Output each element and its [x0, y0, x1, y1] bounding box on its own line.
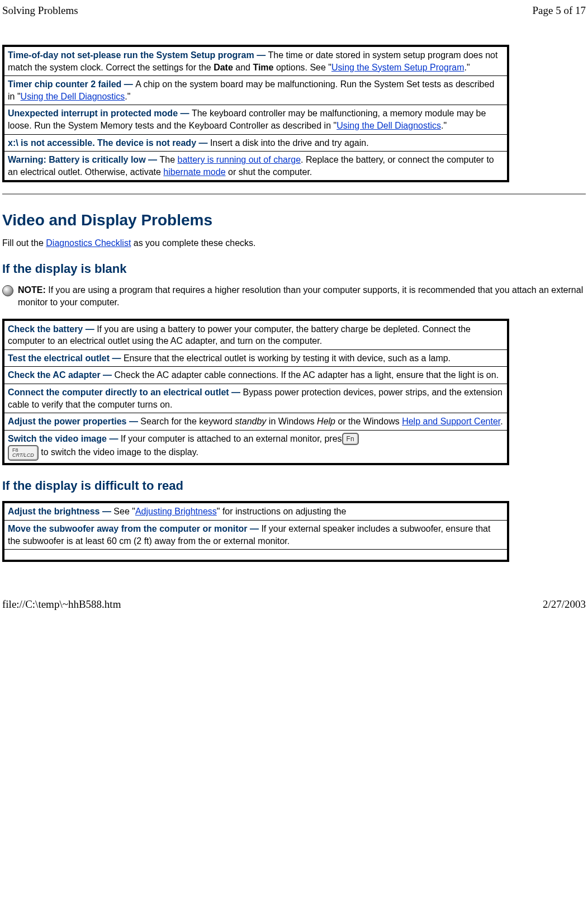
table-row: Connect the computer directly to an elec… [3, 384, 508, 413]
table-row: Time-of-day not set-please run the Syste… [3, 46, 508, 76]
diagnostics-checklist-link[interactable]: Diagnostics Checklist [46, 238, 131, 248]
fn-key-icon: Fn [342, 433, 359, 445]
error-body: Ensure that the electrical outlet is wor… [124, 353, 451, 363]
system-setup-link[interactable]: Using the System Setup Program [331, 63, 464, 72]
error-title: Warning: Battery is critically low — [8, 155, 159, 164]
table-row: Timer chip counter 2 failed — A chip on … [3, 76, 508, 105]
table-row: Adjust the brightness — See "Adjusting B… [3, 502, 508, 520]
dell-diagnostics-link[interactable]: Using the Dell Diagnostics [336, 121, 441, 130]
error-title: Move the subwoofer away from the compute… [8, 524, 261, 533]
error-title: Check the AC adapter — [8, 370, 115, 380]
help-support-link[interactable]: Help and Support Center [402, 417, 500, 426]
error-body: Insert a disk into the drive and try aga… [210, 138, 369, 148]
page-header: Solving Problems Page 5 of 17 [2, 4, 586, 17]
f8-crtlcd-key-icon: F8CRT/LCD [8, 445, 39, 461]
table-row: Warning: Battery is critically low — The… [3, 152, 508, 182]
header-page: Page 5 of 17 [532, 4, 586, 17]
error-title: Time-of-day not set-please run the Syste… [8, 50, 268, 60]
error-title: Unexpected interrupt in protected mode — [8, 108, 192, 118]
note-block: NOTE: If you are using a program that re… [2, 284, 586, 308]
adjusting-brightness-link[interactable]: Adjusting Brightness [135, 507, 217, 516]
note-icon [2, 285, 13, 296]
table-row: Switch the video image — If your compute… [3, 430, 508, 464]
error-messages-table-3: Adjust the brightness — See "Adjusting B… [2, 501, 509, 562]
error-messages-table-2: Check the battery — If you are using a b… [2, 319, 509, 466]
table-row: Unexpected interrupt in protected mode —… [3, 105, 508, 134]
table-row: Adjust the power properties — Search for… [3, 413, 508, 431]
section-heading: Video and Display Problems [2, 211, 586, 229]
dell-diagnostics-link[interactable]: Using the Dell Diagnostics [21, 92, 125, 101]
page-footer: file://C:\temp\~hhB588.htm 2/27/2003 [2, 598, 586, 611]
italic-text: Help [317, 417, 335, 426]
italic-text: standby [235, 417, 266, 426]
table-row: Test the electrical outlet — Ensure that… [3, 349, 508, 367]
error-title: x:\ is not accessible. The device is not… [8, 138, 210, 148]
sub-heading-difficult: If the display is difficult to read [2, 479, 586, 493]
error-messages-table-1: Time-of-day not set-please run the Syste… [2, 45, 509, 182]
sub-heading-blank: If the display is blank [2, 262, 586, 276]
error-title: Test the electrical outlet — [8, 353, 124, 363]
table-row: x:\ is not accessible. The device is not… [3, 134, 508, 152]
table-row: Check the battery — If you are using a b… [3, 320, 508, 350]
bold-text: Date [214, 63, 233, 72]
hibernate-mode-link[interactable]: hibernate mode [163, 167, 225, 177]
error-title: Switch the video image — [8, 434, 121, 443]
error-title: Timer chip counter 2 failed — [8, 79, 135, 89]
error-title: Connect the computer directly to an elec… [8, 387, 243, 397]
table-row [3, 550, 508, 561]
intro-paragraph: Fill out the Diagnostics Checklist as yo… [2, 238, 586, 248]
header-title: Solving Problems [2, 4, 78, 17]
error-title: Adjust the power properties — [8, 417, 140, 426]
note-label: NOTE: [18, 285, 46, 295]
error-title: Adjust the brightness — [8, 507, 113, 516]
footer-path: file://C:\temp\~hhB588.htm [2, 598, 121, 611]
error-title: Check the battery — [8, 324, 97, 334]
table-row: Check the AC adapter — Check the AC adap… [3, 367, 508, 384]
footer-date: 2/27/2003 [543, 598, 586, 611]
section-divider [2, 193, 586, 195]
note-text: NOTE: If you are using a program that re… [18, 284, 586, 308]
table-row: Move the subwoofer away from the compute… [3, 521, 508, 550]
error-body: Check the AC adapter cable connections. … [115, 370, 499, 380]
battery-charge-link[interactable]: battery is running out of charge [177, 155, 301, 164]
bold-text: Time [253, 63, 273, 72]
